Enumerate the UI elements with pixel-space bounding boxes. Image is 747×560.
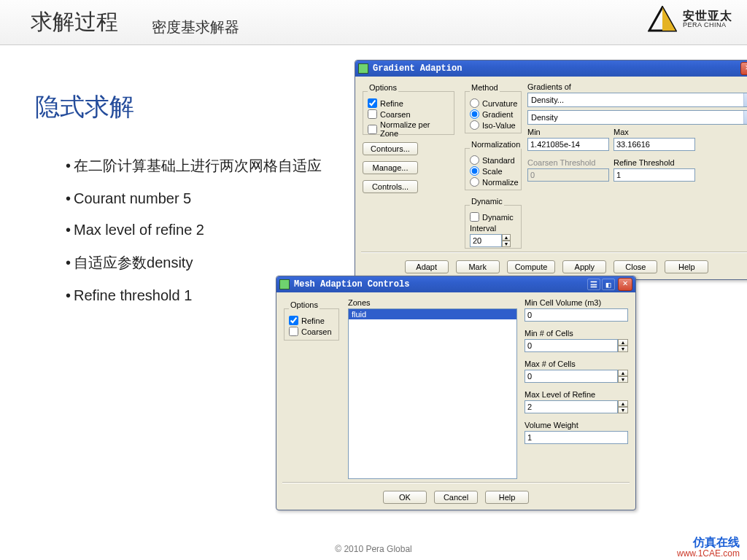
interval-label: Interval — [470, 224, 516, 233]
logo-triangle-icon — [648, 6, 677, 32]
refine-threshold-input[interactable] — [614, 168, 695, 182]
min-cell-volume-label: Min Cell Volume (m3) — [525, 298, 628, 307]
contours-button[interactable]: Contours... — [363, 142, 418, 155]
group-legend: Method — [470, 83, 500, 92]
list-icon[interactable]: ☰ — [587, 279, 600, 290]
group-legend: Options — [289, 300, 320, 309]
min-cells-input[interactable] — [525, 339, 618, 352]
compute-button[interactable]: Compute — [507, 260, 556, 273]
scale-radio[interactable]: Scale — [470, 166, 516, 176]
standard-radio[interactable]: Standard — [470, 155, 516, 166]
dynamic-checkbox[interactable]: Dynamic — [470, 211, 516, 222]
coarsen-threshold-label: Coarsen Threshold — [527, 158, 609, 167]
iso-value-radio[interactable]: Iso-Value — [470, 120, 516, 131]
refine-threshold-label: Refine Threshold — [614, 158, 695, 167]
gradient-radio[interactable]: Gradient — [470, 109, 516, 120]
dialog-button-row: Adapt Mark Compute Apply Close Help — [355, 260, 747, 273]
dynamic-group: Dynamic Dynamic Interval ▲▼ — [465, 205, 522, 249]
spin-down-icon[interactable]: ▼ — [618, 346, 628, 352]
slide-title: 求解过程 — [31, 7, 118, 37]
coarsen-checkbox[interactable]: Coarsen — [289, 326, 334, 337]
watermark-line1: 仿真在线 — [677, 536, 740, 549]
gradient-adaption-dialog: Gradient Adaption ✕ Options Refine Coars… — [355, 60, 747, 280]
dialog-title: Gradient Adaption — [373, 63, 462, 74]
gradients-of-combo-1[interactable]: Density...▼ — [527, 93, 747, 107]
chevron-down-icon: ▼ — [743, 93, 747, 106]
group-legend: Options — [368, 83, 398, 92]
max-level-refine-label: Max Level of Refine — [525, 390, 628, 399]
close-icon[interactable]: ✕ — [618, 278, 632, 291]
close-icon[interactable]: ✕ — [740, 62, 747, 75]
method-group: Method Curvature Gradient Iso-Value — [465, 91, 522, 133]
manage-button[interactable]: Manage... — [363, 161, 418, 174]
list-item[interactable]: fluid — [349, 309, 516, 319]
spin-up-icon[interactable]: ▲ — [618, 400, 628, 407]
gradients-of-panel: Gradients of Density...▼ Density▼ — [527, 82, 747, 125]
bullet-item: 在二阶计算基础上进行两次网格自适应 — [66, 156, 343, 176]
min-cell-volume-input[interactable] — [525, 308, 628, 322]
watermark-line2: www.1CAE.com — [677, 549, 740, 559]
group-legend: Dynamic — [470, 197, 504, 206]
normalize-radio[interactable]: Normalize — [470, 176, 516, 187]
curvature-radio[interactable]: Curvature — [470, 98, 516, 109]
dialog-titlebar[interactable]: Gradient Adaption ✕ — [355, 61, 747, 77]
options-group: Options Refine Coarsen Normalize per Zon… — [363, 91, 454, 135]
spin-up-icon[interactable]: ▲ — [618, 339, 628, 346]
interval-spinner[interactable]: ▲▼ — [470, 234, 511, 247]
normalize-per-zone-checkbox[interactable]: Normalize per Zone — [368, 120, 449, 139]
apply-button[interactable]: Apply — [562, 260, 606, 273]
logo-text-cn: 安世亚太 — [683, 10, 732, 22]
max-level-refine-input[interactable] — [525, 400, 618, 413]
spin-down-icon[interactable]: ▼ — [502, 241, 511, 247]
spin-down-icon[interactable]: ▼ — [618, 376, 628, 383]
bullet-item: 自适应参数density — [66, 253, 343, 273]
volume-weight-label: Volume Weight — [525, 421, 628, 429]
max-input[interactable] — [614, 138, 695, 151]
spin-up-icon[interactable]: ▲ — [502, 234, 511, 241]
slide-subtitle: 密度基求解器 — [152, 18, 239, 37]
max-cells-spinner[interactable]: ▲▼ — [525, 370, 628, 383]
bullet-item: Courant number 5 — [66, 190, 343, 207]
max-cells-input[interactable] — [525, 370, 618, 383]
toggle-icon[interactable]: ◧ — [602, 279, 615, 290]
volume-weight-input[interactable] — [525, 431, 628, 444]
max-label: Max — [614, 128, 695, 136]
options-group: Options Refine Coarsen — [284, 308, 339, 341]
body-heading: 隐式求解 — [35, 90, 134, 124]
cancel-button[interactable]: Cancel — [434, 491, 478, 504]
zones-listbox[interactable]: fluid — [348, 308, 517, 479]
min-label: Min — [527, 128, 609, 136]
mesh-adaption-controls-dialog: Mesh Adaption Controls ☰ ◧ ✕ Options Ref… — [276, 276, 636, 510]
slide-header: 求解过程 密度基求解器 安世亚太 PERA CHINA — [0, 0, 747, 45]
controls-button[interactable]: Controls... — [363, 180, 418, 193]
max-level-refine-spinner[interactable]: ▲▼ — [525, 400, 628, 413]
watermark: 仿真在线 www.1CAE.com — [677, 536, 740, 559]
help-button[interactable]: Help — [665, 260, 708, 273]
dialog-button-row: OK Cancel Help — [276, 491, 635, 504]
logo: 安世亚太 PERA CHINA — [648, 6, 732, 32]
logo-text-en: PERA CHINA — [683, 22, 732, 28]
close-button[interactable]: Close — [614, 260, 657, 273]
refine-checkbox[interactable]: Refine — [289, 315, 334, 326]
zones-label: Zones — [348, 298, 517, 307]
adapt-button[interactable]: Adapt — [405, 260, 449, 273]
max-cells-label: Max # of Cells — [525, 359, 628, 368]
min-cells-spinner[interactable]: ▲▼ — [525, 339, 628, 352]
spin-up-icon[interactable]: ▲ — [618, 370, 628, 376]
help-button[interactable]: Help — [485, 491, 529, 504]
mark-button[interactable]: Mark — [456, 260, 500, 273]
bullet-item: Max level of refine 2 — [66, 222, 343, 238]
group-legend: Normalization — [470, 140, 522, 149]
spin-down-icon[interactable]: ▼ — [618, 407, 628, 413]
refine-checkbox[interactable]: Refine — [368, 98, 449, 109]
coarsen-checkbox[interactable]: Coarsen — [368, 109, 449, 120]
dialog-titlebar[interactable]: Mesh Adaption Controls ☰ ◧ ✕ — [276, 276, 635, 292]
chevron-down-icon: ▼ — [743, 111, 747, 124]
gradients-of-combo-2[interactable]: Density▼ — [527, 110, 747, 125]
coarsen-threshold-input — [527, 168, 609, 182]
footer: © 2010 Pera Global — [0, 544, 747, 554]
interval-input[interactable] — [470, 234, 502, 247]
min-input[interactable] — [527, 138, 609, 151]
ok-button[interactable]: OK — [383, 491, 427, 504]
min-cells-label: Min # of Cells — [525, 329, 628, 338]
